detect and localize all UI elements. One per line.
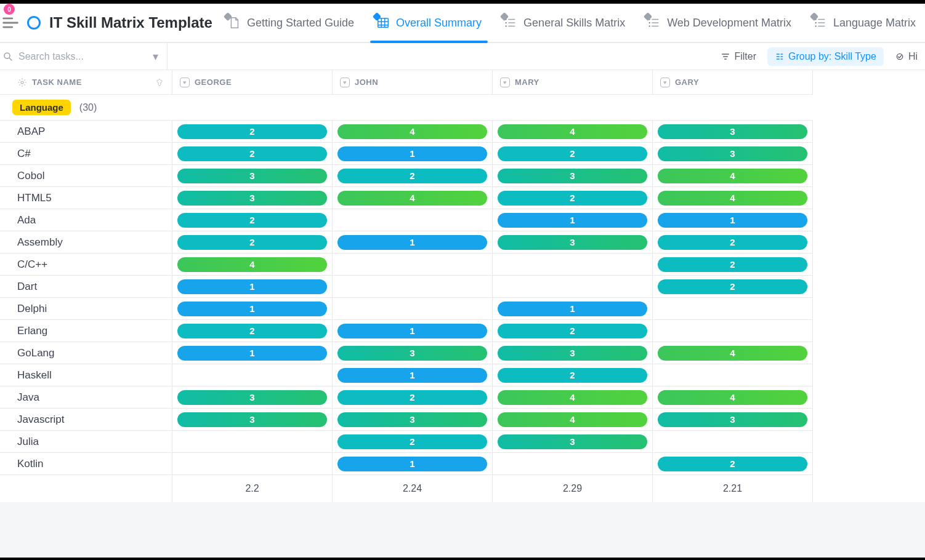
search-chevron-icon[interactable]: ▾ <box>153 50 158 63</box>
task-name-cell[interactable]: Kotlin <box>0 453 172 475</box>
skill-cell[interactable] <box>653 298 813 320</box>
hide-button[interactable]: Hi <box>887 47 925 66</box>
skill-cell[interactable]: 1 <box>333 320 493 342</box>
column-header-john[interactable]: JOHN <box>333 70 493 95</box>
skill-cell[interactable] <box>333 298 493 320</box>
skill-cell[interactable]: 2 <box>333 165 493 187</box>
skill-cell[interactable]: 2 <box>333 386 493 409</box>
skill-cell[interactable] <box>172 453 333 475</box>
skill-cell[interactable]: 3 <box>653 409 813 431</box>
skill-cell[interactable]: 2 <box>493 143 653 165</box>
skill-cell[interactable] <box>653 431 813 453</box>
skill-cell[interactable]: 4 <box>653 165 813 187</box>
skill-cell[interactable]: 4 <box>493 409 653 431</box>
menu-icon[interactable] <box>0 12 21 33</box>
skill-cell[interactable]: 2 <box>493 187 653 209</box>
skill-cell[interactable]: 4 <box>653 386 813 409</box>
skill-cell[interactable]: 1 <box>653 209 813 231</box>
skill-cell[interactable]: 2 <box>333 431 493 453</box>
skill-cell[interactable]: 1 <box>172 342 333 364</box>
task-name-cell[interactable]: C# <box>0 143 172 165</box>
skill-cell[interactable]: 4 <box>493 121 653 143</box>
skill-cell[interactable] <box>493 254 653 276</box>
skill-cell[interactable] <box>333 276 493 298</box>
task-name-cell[interactable]: Delphi <box>0 298 172 320</box>
skill-cell[interactable]: 3 <box>493 165 653 187</box>
column-header-george[interactable]: GEORGE <box>172 70 333 95</box>
task-name-cell[interactable]: Cobol <box>0 165 172 187</box>
skill-cell[interactable]: 3 <box>172 386 333 409</box>
skill-cell[interactable] <box>172 364 333 386</box>
skill-cell[interactable]: 3 <box>653 121 813 143</box>
task-name-cell[interactable]: Erlang <box>0 320 172 342</box>
notification-badge[interactable]: 0 <box>4 4 15 15</box>
tab-general-skills-matrix[interactable]: General Skills Matrix <box>504 4 625 42</box>
task-name-cell[interactable]: Julia <box>0 431 172 453</box>
skill-cell[interactable]: 1 <box>172 298 333 320</box>
skill-cell[interactable] <box>333 209 493 231</box>
skill-cell[interactable] <box>333 254 493 276</box>
tab-language-matrix[interactable]: Language Matrix <box>814 4 916 42</box>
group-by-button[interactable]: Group by: Skill Type <box>767 47 884 66</box>
skill-cell[interactable]: 4 <box>493 386 653 409</box>
tab-getting-started-guide[interactable]: Getting Started Guide <box>227 4 354 42</box>
skill-cell[interactable]: 2 <box>172 121 333 143</box>
app-ring-icon[interactable] <box>27 16 41 30</box>
task-name-cell[interactable]: C/C++ <box>0 254 172 276</box>
skill-cell[interactable]: 3 <box>333 409 493 431</box>
skill-cell[interactable]: 1 <box>493 298 653 320</box>
skill-cell[interactable] <box>493 276 653 298</box>
task-name-cell[interactable]: GoLang <box>0 342 172 364</box>
task-name-cell[interactable]: ABAP <box>0 121 172 143</box>
skill-cell[interactable]: 3 <box>172 187 333 209</box>
skill-cell[interactable]: 2 <box>653 453 813 475</box>
skill-cell[interactable]: 4 <box>653 342 813 364</box>
skill-cell[interactable]: 4 <box>333 187 493 209</box>
task-name-cell[interactable]: Java <box>0 386 172 409</box>
skill-cell[interactable]: 4 <box>172 254 333 276</box>
skill-cell[interactable]: 3 <box>493 231 653 254</box>
skill-cell[interactable] <box>172 431 333 453</box>
skill-cell[interactable] <box>653 320 813 342</box>
column-header-task[interactable]: TASK NAME <box>0 70 172 95</box>
skill-cell[interactable]: 3 <box>172 165 333 187</box>
skill-cell[interactable]: 2 <box>653 231 813 254</box>
skill-cell[interactable]: 1 <box>333 143 493 165</box>
tab-web-development-matrix[interactable]: Web Development Matrix <box>647 4 791 42</box>
skill-cell[interactable]: 4 <box>333 121 493 143</box>
skill-cell[interactable]: 2 <box>172 320 333 342</box>
skill-cell[interactable]: 2 <box>493 364 653 386</box>
pin-column-icon[interactable] <box>155 78 164 87</box>
skill-cell[interactable] <box>653 364 813 386</box>
skill-cell[interactable]: 2 <box>653 254 813 276</box>
skill-cell[interactable]: 3 <box>653 143 813 165</box>
task-name-cell[interactable]: Javascript <box>0 409 172 431</box>
task-name-cell[interactable]: Haskell <box>0 364 172 386</box>
tab-overall-summary[interactable]: Overall Summary <box>376 4 482 42</box>
skill-cell[interactable]: 1 <box>172 276 333 298</box>
column-header-gary[interactable]: GARY <box>653 70 813 95</box>
column-header-mary[interactable]: MARY <box>493 70 653 95</box>
skill-cell[interactable]: 1 <box>333 453 493 475</box>
task-name-cell[interactable]: Dart <box>0 276 172 298</box>
skill-cell[interactable]: 2 <box>493 320 653 342</box>
filter-button[interactable]: Filter <box>713 47 764 66</box>
skill-cell[interactable]: 2 <box>653 276 813 298</box>
skill-cell[interactable]: 3 <box>172 409 333 431</box>
skill-cell[interactable]: 3 <box>493 431 653 453</box>
skill-cell[interactable]: 4 <box>653 187 813 209</box>
skill-cell[interactable]: 2 <box>172 231 333 254</box>
task-name-cell[interactable]: HTML5 <box>0 187 172 209</box>
skill-cell[interactable]: 1 <box>493 209 653 231</box>
skill-cell[interactable] <box>493 453 653 475</box>
group-header[interactable]: Language(30) <box>0 95 813 121</box>
skill-cell[interactable]: 1 <box>333 231 493 254</box>
skill-cell[interactable]: 2 <box>172 143 333 165</box>
skill-cell[interactable]: 2 <box>172 209 333 231</box>
task-name-cell[interactable]: Assembly <box>0 231 172 254</box>
task-name-cell[interactable]: Ada <box>0 209 172 231</box>
skill-cell[interactable]: 3 <box>333 342 493 364</box>
search-input[interactable] <box>17 50 149 63</box>
skill-cell[interactable]: 1 <box>333 364 493 386</box>
skill-cell[interactable]: 3 <box>493 342 653 364</box>
